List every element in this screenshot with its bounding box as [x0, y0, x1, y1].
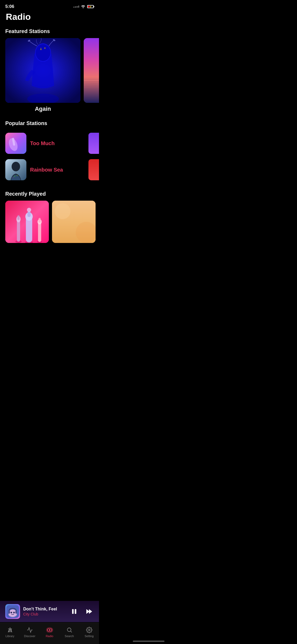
featured-card-1[interactable]: Again: [5, 38, 81, 112]
recently-section-title: Recently Played: [5, 191, 94, 197]
popular-item-1-name: Too Much: [30, 140, 94, 146]
featured-scroll: Again: [0, 38, 99, 112]
popular-item-1[interactable]: Too Much: [5, 130, 94, 157]
svg-rect-29: [39, 218, 41, 223]
svg-rect-7: [84, 38, 99, 103]
popular-list: Too Much: [5, 130, 94, 183]
recently-scroll: [0, 201, 99, 243]
page-title: Radio: [5, 12, 94, 22]
battery-icon: ⚡: [87, 5, 94, 8]
popular-item-2-thumb: [5, 159, 26, 180]
svg-rect-25: [27, 211, 31, 217]
featured-section: Featured Stations: [5, 28, 94, 112]
svg-point-3: [36, 44, 50, 61]
wifi-icon: [81, 4, 86, 9]
svg-rect-8: [84, 80, 99, 81]
status-icons: ⚡: [73, 4, 94, 9]
svg-rect-27: [38, 222, 41, 242]
svg-point-32: [55, 203, 70, 219]
status-bar: 5:06 ⚡: [0, 0, 99, 12]
svg-point-6: [44, 47, 46, 49]
featured-card-2[interactable]: [84, 38, 99, 103]
popular-section: Popular Stations: [5, 120, 94, 183]
signal-icon: [73, 6, 79, 8]
svg-point-14: [14, 176, 15, 177]
svg-rect-19: [17, 219, 20, 242]
svg-point-13: [12, 162, 20, 171]
popular-item-2-name: Rainbow Sea: [30, 167, 94, 173]
recently-section: Recently Played: [5, 191, 94, 243]
popular-item-2[interactable]: Rainbow Sea: [5, 157, 94, 183]
svg-rect-21: [17, 215, 20, 220]
popular-item-1-thumb: [5, 133, 26, 154]
svg-point-15: [17, 175, 18, 176]
popular-item-2-arrow: [88, 159, 99, 180]
popular-item-1-arrow: [88, 133, 99, 154]
svg-point-30: [27, 208, 31, 212]
recently-card-1[interactable]: [5, 201, 49, 243]
featured-card-1-label: Again: [5, 105, 81, 112]
popular-section-title: Popular Stations: [5, 120, 94, 126]
page-content: Radio Featured Stations: [0, 12, 99, 243]
recently-card-2[interactable]: [52, 201, 96, 243]
status-time: 5:06: [5, 4, 14, 9]
svg-point-16: [13, 177, 14, 178]
featured-section-title: Featured Stations: [5, 28, 94, 34]
